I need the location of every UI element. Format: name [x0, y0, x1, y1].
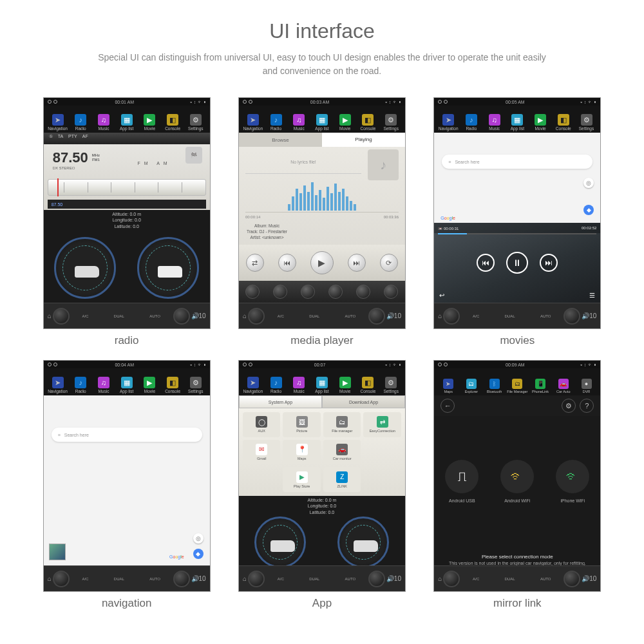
app-filemgr[interactable]: 🗂File manager	[323, 412, 361, 437]
nav-icon[interactable]: ➤Navigation	[46, 113, 70, 131]
af-button[interactable]: AF	[82, 134, 88, 143]
preset-1[interactable]: 87.50	[52, 202, 63, 207]
opt-android-usb[interactable]: ⎍Android USB	[445, 460, 478, 503]
tab-browse[interactable]: Browse	[239, 133, 322, 147]
caption-nav: navigation	[102, 597, 152, 610]
opt-android-wifi[interactable]: ᯤAndroid WiFi	[500, 460, 534, 503]
settings-icon[interactable]: ⚙Settings	[184, 113, 207, 131]
tuner-dial[interactable]	[48, 179, 206, 196]
page-title: UI interface	[39, 19, 605, 43]
caption-app: App	[312, 597, 332, 610]
equalizer	[245, 179, 399, 213]
pause-button[interactable]: ⏸	[506, 252, 528, 274]
caption-mirror: mirror link	[493, 597, 542, 610]
console-icon[interactable]: ◧Console	[161, 113, 184, 131]
search-input[interactable]: ≡ Search here	[442, 155, 592, 169]
shuffle-button[interactable]: ⇄	[246, 254, 264, 272]
caption-media: media player	[290, 334, 353, 347]
tab-download-app[interactable]: Download App	[322, 395, 405, 408]
return-icon[interactable]: ↩	[439, 292, 444, 299]
caption-movies: movies	[500, 334, 535, 347]
back-button[interactable]: ←	[440, 399, 455, 413]
tab-system-app[interactable]: System App	[239, 395, 322, 408]
google-logo: Google	[440, 216, 455, 220]
home-button[interactable]: ⌂	[46, 312, 53, 319]
directions-button[interactable]: ◆	[583, 205, 594, 215]
repeat-button[interactable]: ⟳	[380, 254, 398, 272]
freq-value: 87.50	[53, 149, 88, 166]
prev-button[interactable]: ⏮	[477, 254, 495, 272]
app-aux[interactable]: ◯AUX	[243, 412, 281, 437]
next-button[interactable]: ⏭	[540, 254, 558, 272]
app-easyconn[interactable]: ⇄EasyConnection	[363, 412, 401, 437]
prev-button[interactable]: ⏮	[278, 254, 296, 272]
help-button[interactable]: ?	[580, 399, 594, 413]
thumb-mirror: 00:09 AM▾ ⋮ ᯤ ▮ ➤Maps 🗂Explorer ᛒBluetoo…	[433, 360, 601, 592]
gauge-right	[137, 237, 199, 299]
app-carmon[interactable]: 🚗Car monitor	[323, 440, 361, 465]
thumb-nav: 00:04 AM▾ ⋮ ᯤ ▮ ➤Navigation ♪Radio ♫Musi…	[43, 360, 211, 592]
gauge-left	[54, 237, 116, 299]
left-knob[interactable]	[53, 308, 70, 325]
pty-button[interactable]: PTY	[68, 134, 77, 143]
movie-icon[interactable]: ▶Movie	[138, 113, 162, 131]
radio-icon[interactable]: ♪Radio	[69, 113, 92, 131]
ta-button[interactable]: TA	[58, 134, 63, 143]
applist-icon[interactable]: ▦App list	[115, 113, 138, 131]
thumbnail-grid: 00:01 AM▾ ⋮ ᯤ ▮ ➤Navigation ♪Radio ♫Musi…	[39, 97, 605, 610]
play-button[interactable]: ▶	[310, 251, 334, 274]
music-icon[interactable]: ♫Music	[92, 113, 115, 131]
map-thumb[interactable]	[49, 544, 66, 560]
thumb-media: 00:03 AM▾ ⋮ ᯤ ▮ ➤Navigation ♪Radio ♫Musi…	[238, 97, 406, 329]
menu-icon[interactable]: ☰	[589, 292, 595, 299]
locate-button[interactable]: ◎	[583, 178, 594, 188]
video-player[interactable]: 📼 00:00:3100:02:52 ⏮ ⏸ ⏭ ↩ ☰	[434, 223, 600, 303]
app-maps[interactable]: 📍Maps	[283, 440, 321, 465]
search-input[interactable]: ≡ Search here	[52, 428, 202, 442]
thumb-radio: 00:01 AM▾ ⋮ ᯤ ▮ ➤Navigation ♪Radio ♫Musi…	[43, 97, 211, 329]
page-subtitle: Special UI can distinguish from universa…	[90, 51, 554, 78]
thumb-movies: 00:05 AM▾ ⋮ ᯤ ▮ ➤Navigation ♪Radio ♫Musi…	[433, 97, 601, 329]
next-button[interactable]: ⏭	[348, 254, 366, 272]
antenna-icon[interactable]: 🏁	[185, 147, 202, 164]
app-zlink[interactable]: ZZLINK	[323, 467, 361, 492]
caption-radio: radio	[115, 334, 139, 347]
app-picture[interactable]: 🖼Picture	[283, 412, 321, 437]
thumb-app: 00:07▾ ⋮ ᯤ ▮ ➤Navigation ♪Radio ♫Music ▦…	[238, 360, 406, 592]
app-playstore[interactable]: ▶Play Store	[283, 467, 321, 492]
directions-button[interactable]: ◆	[193, 549, 204, 559]
tab-playing[interactable]: Playing	[322, 133, 405, 147]
app-gmail[interactable]: ✉Gmail	[243, 440, 281, 465]
album-art-icon: ♪	[368, 149, 399, 180]
settings-button[interactable]: ⚙	[562, 399, 576, 413]
clock: 00:01 AM	[115, 100, 134, 104]
locate-button[interactable]: ◎	[193, 533, 204, 544]
right-knob[interactable]	[173, 308, 190, 325]
opt-iphone-wifi[interactable]: ᯤiPhone WiFi	[556, 460, 589, 503]
